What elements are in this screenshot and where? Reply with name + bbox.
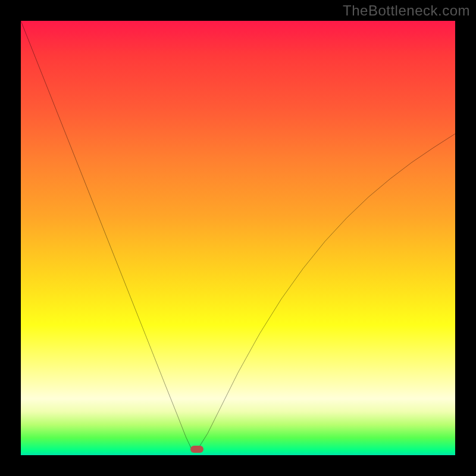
bottleneck-curve [21,21,455,455]
optimal-marker [190,446,203,453]
curve-path [21,21,455,451]
plot-area [21,21,455,455]
watermark-text: TheBottleneck.com [343,2,470,19]
chart-frame: TheBottleneck.com [0,0,476,476]
